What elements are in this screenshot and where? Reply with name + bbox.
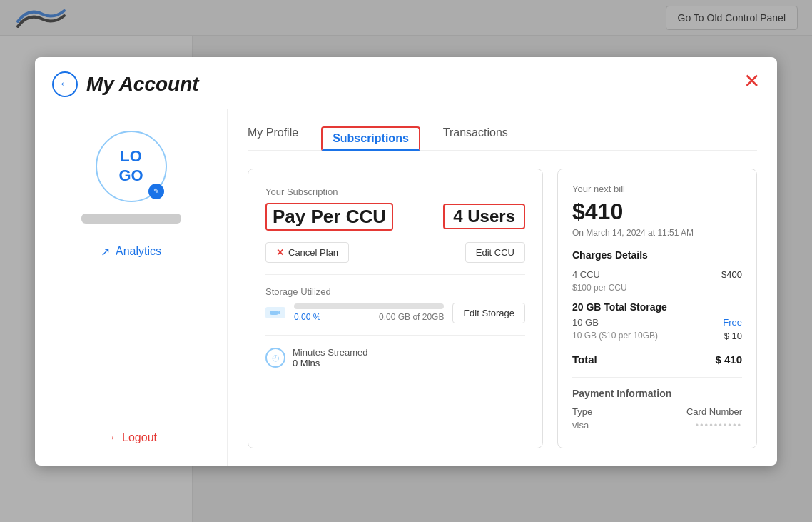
storage-bar-icon — [265, 307, 285, 318]
payment-type-key: Type — [572, 406, 592, 417]
charges-title: Charges Details — [572, 249, 742, 261]
storage-bar-background — [294, 303, 444, 309]
storage-10gb-extra-label: 10 GB ($10 per 10GB) — [572, 331, 658, 341]
ccu-subdesc: $100 per CCU — [572, 283, 627, 293]
plan-name: Pay Per CCU — [265, 203, 393, 231]
close-button[interactable]: ✕ — [744, 71, 760, 91]
storage-10gb-amount: Free — [723, 317, 742, 328]
bill-date: On March 14, 2024 at 11:51 AM — [572, 228, 742, 238]
payment-values: visa •••••••••• — [572, 420, 742, 431]
storage-10gb-label: 10 GB — [572, 317, 599, 328]
cancel-plan-button[interactable]: ✕ Cancel Plan — [265, 242, 349, 263]
divider-2 — [265, 335, 525, 336]
modal-title: My Account — [86, 73, 199, 96]
billing-card: Your next bill $410 On March 14, 2024 at… — [557, 169, 757, 448]
analytics-link[interactable]: ↗ Analytics — [101, 245, 161, 259]
external-link-icon: ↗ — [101, 245, 110, 259]
storage-percentage: 0.00 % — [294, 312, 320, 322]
storage-row: 0.00 % 0.00 GB of 20GB Edit Storage — [265, 303, 525, 323]
subscription-card: Your Subscription Pay Per CCU 4 Users ✕ … — [248, 169, 543, 448]
divider-1 — [265, 274, 525, 275]
tab-transactions[interactable]: Transactions — [443, 126, 508, 151]
total-amount: $ 410 — [715, 353, 742, 366]
modal-header: ← My Account ✕ — [35, 57, 777, 109]
payment-type-value: visa — [572, 420, 589, 431]
storage-10gb-extra-row: 10 GB ($10 per 10GB) $ 10 — [572, 331, 742, 341]
ccu-charge-sub: $100 per CCU — [572, 283, 742, 293]
clock-icon: ◴ — [265, 348, 285, 368]
bill-amount: $410 — [572, 199, 742, 225]
logout-link[interactable]: → Logout — [105, 431, 157, 444]
minutes-title: Minutes Streamed — [293, 347, 368, 358]
payment-card-key: Card Number — [686, 406, 742, 417]
edit-storage-button[interactable]: Edit Storage — [452, 303, 525, 323]
avatar: LO GO ✎ — [96, 131, 167, 202]
payment-title: Payment Information — [572, 388, 742, 399]
my-account-modal: ← My Account ✕ LO GO ✎ ↗ Analytics — [35, 57, 777, 466]
modal-overlay: ← My Account ✕ LO GO ✎ ↗ Analytics — [0, 0, 812, 522]
payment-divider — [572, 377, 742, 378]
ccu-amount: $400 — [721, 269, 742, 280]
tab-my-profile[interactable]: My Profile — [248, 126, 298, 151]
back-button[interactable]: ← — [52, 71, 78, 97]
storage-billing-title: 20 GB Total Storage — [572, 301, 742, 313]
tab-bar: My Profile Subscriptions Transactions — [248, 126, 757, 151]
avatar-edit-icon[interactable]: ✎ — [148, 184, 164, 199]
modal-main-content: My Profile Subscriptions Transactions Yo… — [228, 109, 777, 466]
subscription-plan-row: Pay Per CCU 4 Users — [265, 203, 525, 231]
minutes-value: 0 Mins — [293, 358, 368, 368]
payment-card-value: •••••••••• — [695, 420, 742, 431]
cancel-x-icon: ✕ — [276, 247, 284, 258]
storage-10gb-row: 10 GB Free — [572, 317, 742, 328]
next-bill-label: Your next bill — [572, 184, 742, 194]
edit-ccu-button[interactable]: Edit CCU — [465, 242, 525, 263]
total-row: Total $ 410 — [572, 346, 742, 366]
cancel-plan-label: Cancel Plan — [288, 247, 338, 258]
svg-rect-0 — [270, 311, 278, 315]
tab-subscriptions[interactable]: Subscriptions — [321, 126, 420, 151]
total-label: Total — [572, 353, 597, 366]
ccu-charge-top: 4 CCU $400 — [572, 269, 742, 280]
storage-billing-section: 20 GB Total Storage 10 GB Free 10 GB ($1… — [572, 301, 742, 341]
storage-10gb-extra-amount: $ 10 — [724, 331, 742, 341]
avatar-text: LO GO — [118, 147, 143, 185]
ccu-desc: 4 CCU — [572, 269, 600, 280]
minutes-info: Minutes Streamed 0 Mins — [293, 347, 368, 368]
modal-body: LO GO ✎ ↗ Analytics → Logout — [35, 109, 777, 466]
ccu-charge-row: 4 CCU $400 $100 per CCU — [572, 269, 742, 293]
subscription-label: Your Subscription — [265, 186, 525, 197]
storage-label: Storage Utilized — [265, 286, 525, 297]
analytics-label: Analytics — [116, 245, 161, 258]
payment-headers: Type Card Number — [572, 406, 742, 417]
content-panels: Your Subscription Pay Per CCU 4 Users ✕ … — [248, 169, 757, 448]
modal-sidebar: LO GO ✎ ↗ Analytics → Logout — [35, 109, 228, 466]
username-display — [81, 214, 181, 224]
svg-rect-1 — [278, 311, 280, 314]
storage-size: 0.00 GB of 20GB — [379, 312, 444, 322]
logout-label: Logout — [122, 431, 157, 444]
storage-section: Storage Utilized — [265, 286, 525, 323]
users-count: 4 Users — [443, 204, 525, 229]
logout-icon: → — [105, 431, 116, 444]
minutes-section: ◴ Minutes Streamed 0 Mins — [265, 347, 525, 368]
storage-bar-wrap: 0.00 % 0.00 GB of 20GB — [294, 303, 444, 322]
